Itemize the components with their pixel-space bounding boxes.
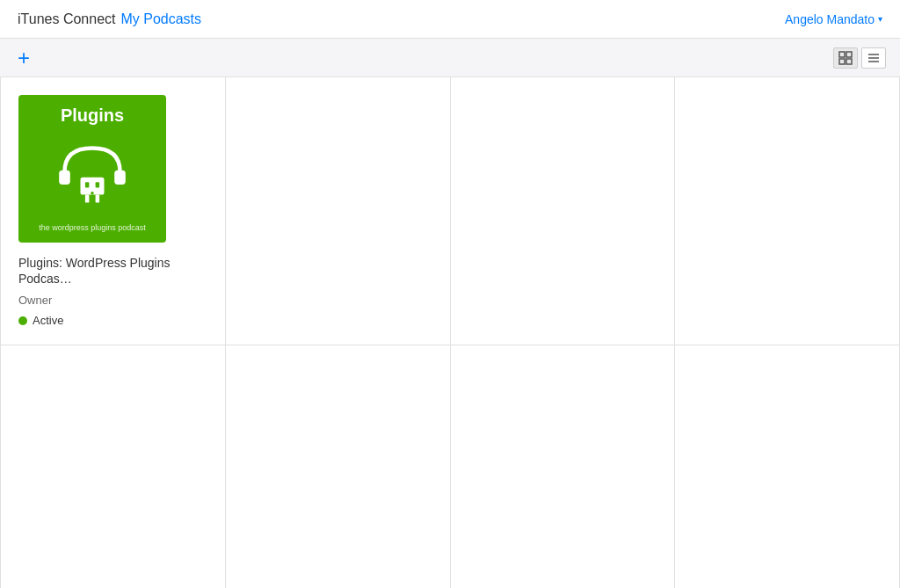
app-name: iTunes Connect [18, 11, 115, 27]
list-view-icon [867, 51, 881, 65]
empty-cell-2-1 [1, 345, 226, 588]
podcast-grid: Plugins [0, 77, 900, 588]
svg-rect-10 [85, 195, 90, 203]
list-view-button[interactable] [861, 47, 886, 69]
svg-rect-3 [846, 59, 852, 64]
grid-view-button[interactable] [833, 47, 858, 69]
empty-cell-1-4 [675, 77, 900, 345]
status-indicator [18, 316, 27, 325]
user-menu[interactable]: Angelo Mandato ▾ [785, 12, 882, 26]
podcast-status: Active [18, 314, 207, 327]
podcast-card[interactable]: Plugins [18, 95, 207, 327]
svg-rect-7 [59, 171, 70, 185]
podcast-role: Owner [18, 294, 207, 307]
empty-cell-2-2 [226, 345, 451, 588]
empty-cell-1-3 [451, 77, 676, 345]
section-name[interactable]: My Podcasts [120, 11, 201, 27]
svg-rect-2 [839, 59, 845, 64]
svg-rect-8 [114, 171, 126, 185]
header-left: iTunes Connect My Podcasts [18, 11, 201, 27]
svg-point-14 [91, 192, 94, 195]
podcast-artwork: Plugins [18, 95, 166, 243]
podcast-name: Plugins: WordPress Plugins Podcas… [18, 255, 207, 287]
toolbar: + [0, 39, 900, 77]
artwork-title-text: Plugins [61, 105, 124, 125]
empty-cell-2-3 [451, 345, 676, 588]
svg-rect-0 [839, 52, 845, 57]
header: iTunes Connect My Podcasts Angelo Mandat… [0, 0, 900, 39]
view-toggle [833, 47, 886, 69]
status-text: Active [33, 314, 63, 327]
svg-rect-13 [96, 182, 100, 187]
svg-rect-1 [846, 52, 852, 57]
user-name: Angelo Mandato [785, 12, 875, 26]
svg-rect-12 [85, 182, 90, 187]
grid-view-icon [838, 51, 853, 65]
empty-cell-2-4 [675, 345, 900, 588]
chevron-down-icon: ▾ [878, 14, 882, 24]
podcast-card-cell[interactable]: Plugins [1, 77, 226, 345]
svg-rect-11 [96, 195, 100, 203]
headphone-plug-icon [53, 128, 132, 207]
artwork-subtitle-text: the wordpress plugins podcast [39, 223, 146, 232]
empty-cell-1-2 [226, 77, 451, 345]
toolbar-left: + [14, 47, 33, 69]
content-area: Plugins [0, 77, 900, 588]
add-podcast-button[interactable]: + [14, 47, 33, 69]
